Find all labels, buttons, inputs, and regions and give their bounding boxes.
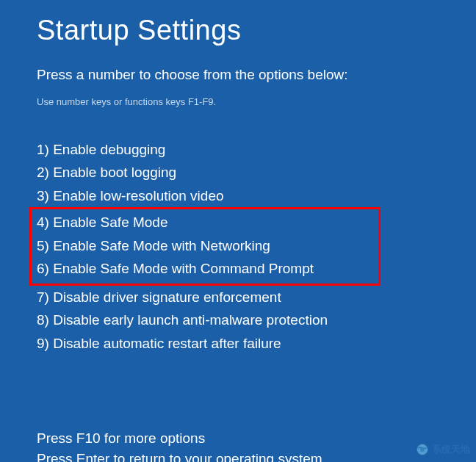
hint-text: Use number keys or functions keys F1-F9. [37, 96, 439, 107]
globe-icon [416, 443, 429, 456]
option-6[interactable]: 6) Enable Safe Mode with Command Prompt [37, 257, 378, 280]
startup-settings-screen: Startup Settings Press a number to choos… [0, 0, 476, 462]
option-9[interactable]: 9) Disable automatic restart after failu… [37, 332, 439, 355]
options-list: 1) Enable debugging 2) Enable boot loggi… [37, 138, 439, 355]
watermark-text: 系统天地 [432, 443, 470, 456]
option-5[interactable]: 5) Enable Safe Mode with Networking [37, 234, 378, 257]
footer-line-1: Press F10 for more options [37, 428, 439, 450]
watermark: 系统天地 [416, 443, 470, 456]
footer: Press F10 for more options Press Enter t… [37, 428, 439, 462]
subtitle: Press a number to choose from the option… [37, 67, 439, 83]
option-3[interactable]: 3) Enable low-resolution video [37, 184, 439, 207]
highlight-box: 4) Enable Safe Mode 5) Enable Safe Mode … [29, 207, 381, 285]
option-7[interactable]: 7) Disable driver signature enforcement [37, 286, 439, 308]
option-4[interactable]: 4) Enable Safe Mode [37, 211, 378, 234]
footer-line-2: Press Enter to return to your operating … [37, 449, 439, 462]
option-2[interactable]: 2) Enable boot logging [37, 161, 439, 184]
option-1[interactable]: 1) Enable debugging [37, 138, 439, 161]
svg-point-1 [420, 447, 425, 452]
option-8[interactable]: 8) Disable early launch anti-malware pro… [37, 308, 439, 331]
page-title: Startup Settings [37, 15, 439, 46]
